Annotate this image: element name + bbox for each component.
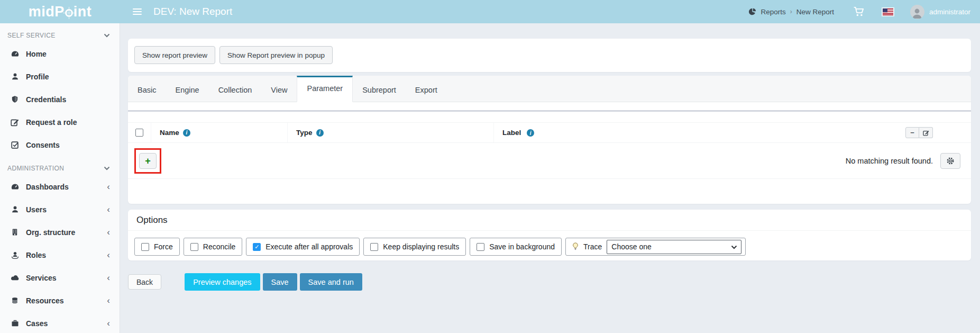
menu-toggle-icon[interactable] xyxy=(131,5,144,18)
save-in-background-checkbox[interactable] xyxy=(477,243,484,251)
keep-displaying-results-checkbox[interactable] xyxy=(370,243,378,251)
trace-label: Trace xyxy=(583,242,602,251)
force-checkbox[interactable] xyxy=(141,243,149,251)
column-header-label[interactable]: Label i xyxy=(494,129,865,137)
report-editor-card: Basic Engine Collection View Parameter S… xyxy=(128,76,971,204)
briefcase-icon xyxy=(10,319,20,327)
select-all-checkbox[interactable] xyxy=(135,129,143,137)
reconcile-checkbox[interactable] xyxy=(190,243,198,251)
sidebar-item-cases[interactable]: Cases ‹ xyxy=(0,312,120,333)
breadcrumb: Reports › New Report xyxy=(749,8,834,16)
sidebar-item-resources[interactable]: Resources ‹ xyxy=(0,289,120,312)
options-title: Options xyxy=(128,210,971,231)
report-preview-card: Show report preview Show Report preview … xyxy=(128,39,971,72)
chevron-down-icon xyxy=(104,33,110,38)
sidebar-item-label: Users xyxy=(26,205,47,214)
sidebar-item-services[interactable]: Services ‹ xyxy=(0,266,120,289)
edit-parameter-button[interactable] xyxy=(919,127,933,138)
tab-basic[interactable]: Basic xyxy=(128,76,166,102)
sidebar-item-label: Profile xyxy=(26,73,49,81)
page-title: DEV: New Report xyxy=(153,6,232,17)
remove-parameter-button[interactable]: − xyxy=(905,127,919,138)
trace-select[interactable]: Choose one xyxy=(607,240,741,254)
user-menu[interactable]: administrator xyxy=(910,5,970,19)
breadcrumb-current: New Report xyxy=(796,8,834,16)
column-header-name[interactable]: Name i xyxy=(151,123,288,142)
option-reconcile: Reconcile xyxy=(184,238,242,256)
sidebar-item-org-structure[interactable]: Org. structure ‹ xyxy=(0,221,120,244)
show-report-preview-popup-button[interactable]: Show Report preview in popup xyxy=(219,46,333,64)
info-icon[interactable]: i xyxy=(316,129,324,137)
column-header-type[interactable]: Type i xyxy=(288,123,494,142)
section-label: SELF SERVICE xyxy=(7,32,56,39)
option-label: Reconcile xyxy=(203,242,235,251)
table-empty-row: + No matching result found. xyxy=(128,143,971,179)
logo-crosshair-icon xyxy=(65,9,73,17)
column-label: Label xyxy=(502,129,521,137)
annotation-highlight: + xyxy=(134,148,161,174)
back-button[interactable]: Back xyxy=(128,274,161,290)
app-logo[interactable]: midPint xyxy=(0,4,120,20)
option-keep-displaying-results: Keep displaying results xyxy=(363,238,466,256)
chevron-left-icon: ‹ xyxy=(107,273,110,282)
option-force: Force xyxy=(134,238,180,256)
sidebar-item-roles[interactable]: Roles ‹ xyxy=(0,244,120,266)
tab-subreport[interactable]: Subreport xyxy=(353,76,406,102)
sidebar-item-request-a-role[interactable]: Request a role xyxy=(0,111,120,133)
preview-changes-button[interactable]: Preview changes xyxy=(185,273,260,291)
sidebar-item-label: Request a role xyxy=(26,118,77,127)
chevron-left-icon: ‹ xyxy=(107,182,110,191)
table-settings-button[interactable] xyxy=(940,153,960,169)
sidebar-item-label: Resources xyxy=(26,296,64,305)
column-label: Type xyxy=(296,129,313,137)
save-button[interactable]: Save xyxy=(263,273,297,291)
cloud-icon xyxy=(10,274,20,282)
logo-text-prefix: midP xyxy=(29,4,65,20)
sidebar: SELF SERVICE Home Profile Credentials Re… xyxy=(0,23,120,333)
sidebar-section-administration[interactable]: ADMINISTRATION xyxy=(0,156,120,175)
main-content: Show report preview Show Report preview … xyxy=(120,23,980,333)
sidebar-item-profile[interactable]: Profile xyxy=(0,65,120,88)
sidebar-item-consents[interactable]: Consents xyxy=(0,133,120,156)
column-label: Name xyxy=(160,129,179,137)
parameter-tab-panel: Name i Type i Label i − xyxy=(128,102,971,179)
options-card: Options Force Reconcile ✓ Execute after … xyxy=(128,210,971,260)
tab-collection[interactable]: Collection xyxy=(209,76,262,102)
option-save-in-background: Save in background xyxy=(470,238,562,256)
cart-button[interactable] xyxy=(853,6,865,17)
locale-flag-button[interactable] xyxy=(883,8,893,15)
sidebar-section-self-service[interactable]: SELF SERVICE xyxy=(0,23,120,42)
chevron-left-icon: ‹ xyxy=(107,205,110,214)
sidebar-item-label: Org. structure xyxy=(26,228,75,237)
avatar xyxy=(910,5,924,19)
parameter-table: Name i Type i Label i − xyxy=(128,110,971,179)
edit-pencil-icon xyxy=(923,130,929,136)
user-icon xyxy=(10,205,20,213)
section-label: ADMINISTRATION xyxy=(7,165,64,172)
sidebar-item-label: Cases xyxy=(26,319,48,328)
sidebar-item-credentials[interactable]: Credentials xyxy=(0,88,120,111)
tab-view[interactable]: View xyxy=(261,76,297,102)
info-icon[interactable]: i xyxy=(527,129,534,137)
plus-icon: + xyxy=(145,156,151,166)
sidebar-item-dashboards[interactable]: Dashboards ‹ xyxy=(0,175,120,198)
table-toolbar-spacer xyxy=(128,112,971,122)
sidebar-item-users[interactable]: Users ‹ xyxy=(0,198,120,221)
breadcrumb-reports[interactable]: Reports xyxy=(761,8,785,16)
sidebar-item-home[interactable]: Home xyxy=(0,42,120,65)
top-navbar: midPint DEV: New Report Reports › New Re… xyxy=(0,0,980,23)
dashboard-gauge-icon xyxy=(10,49,20,58)
info-icon[interactable]: i xyxy=(183,129,190,137)
show-report-preview-button[interactable]: Show report preview xyxy=(134,46,215,64)
save-and-run-button[interactable]: Save and run xyxy=(300,273,362,291)
option-label: Force xyxy=(154,242,173,251)
execute-after-approvals-checkbox[interactable]: ✓ xyxy=(253,243,261,251)
chevron-down-icon xyxy=(104,166,110,170)
tab-engine[interactable]: Engine xyxy=(166,76,208,102)
role-user-icon xyxy=(10,251,20,259)
database-icon xyxy=(10,296,20,304)
user-icon xyxy=(10,73,20,80)
add-parameter-button[interactable]: + xyxy=(139,153,157,169)
tab-parameter[interactable]: Parameter xyxy=(297,76,353,102)
tab-export[interactable]: Export xyxy=(406,76,447,102)
